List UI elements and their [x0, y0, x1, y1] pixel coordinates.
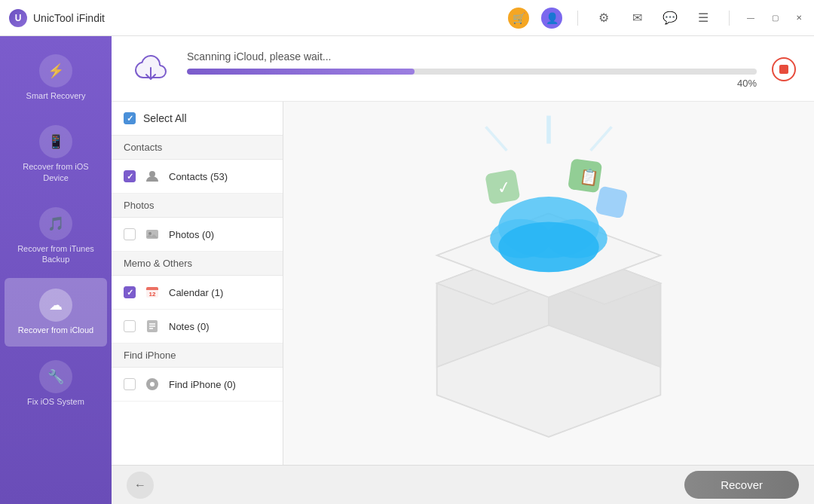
maximize-button[interactable]: ▢	[769, 12, 781, 24]
recover-button[interactable]: Recover	[684, 471, 799, 499]
recover-icloud-icon: ☁	[39, 289, 72, 322]
close-button[interactable]: ✕	[793, 12, 805, 24]
sidebar-item-recover-icloud[interactable]: ☁ Recover from iCloud	[5, 278, 107, 346]
sidebar-item-recover-itunes[interactable]: 🎵 Recover from iTunes Backup	[5, 197, 107, 276]
sidebar-item-recover-ios[interactable]: 📱 Recover from iOS Device	[5, 115, 107, 194]
svg-point-1	[149, 171, 155, 177]
photos-label: Photos (0)	[169, 229, 214, 240]
bottom-bar: ← Recover	[112, 465, 814, 504]
smart-recovery-icon: ⚡	[39, 54, 72, 87]
user-icon[interactable]: 👤	[541, 8, 562, 29]
select-all-checkbox[interactable]	[124, 112, 136, 124]
svg-line-30	[591, 127, 612, 151]
calendar-icon: 12	[143, 283, 161, 301]
list-item-calendar[interactable]: 12 Calendar (1)	[112, 276, 283, 310]
progress-info: Scanning iCloud, please wait... 40%	[187, 50, 757, 89]
stop-icon	[779, 65, 788, 74]
title-bar-right: 🛒 👤 ⚙ ✉ 💬 ☰ — ▢ ✕	[508, 8, 805, 29]
fix-ios-icon: 🔧	[39, 360, 72, 393]
chat-icon[interactable]: 💬	[659, 8, 681, 29]
progress-percent: 40%	[187, 78, 757, 89]
contacts-label: Contacts (53)	[169, 171, 228, 182]
checkbox-notes[interactable]	[124, 320, 136, 332]
list-item-notes[interactable]: Notes (0)	[112, 310, 283, 344]
preview-panel: ✓ 📋	[283, 102, 814, 465]
svg-point-22	[498, 221, 598, 272]
contacts-icon	[143, 167, 161, 185]
progress-bar-container	[187, 69, 757, 75]
list-item-find-iphone[interactable]: Find iPhone (0)	[112, 368, 283, 402]
list-item-photos[interactable]: Photos (0)	[112, 218, 283, 252]
box-illustration: ✓ 📋	[283, 102, 814, 465]
progress-bar-fill	[187, 69, 415, 75]
app-window: U UnicTool iFindit 🛒 👤 ⚙ ✉ 💬 ☰ — ▢ ✕ ⚡ S…	[0, 0, 814, 504]
list-panel: Select All Contacts Contacts (53) Photos	[112, 102, 283, 465]
category-find-iphone: Find iPhone	[112, 344, 283, 368]
sidebar-label-recover-icloud: Recover from iCloud	[18, 325, 93, 335]
sidebar-item-smart-recovery[interactable]: ⚡ Smart Recovery	[5, 44, 107, 111]
app-logo: U	[9, 9, 27, 27]
select-all-label: Select All	[143, 112, 187, 124]
stop-button[interactable]	[772, 57, 796, 81]
back-button[interactable]: ←	[127, 472, 154, 499]
svg-rect-27	[595, 185, 628, 218]
find-iphone-icon	[143, 375, 161, 393]
svg-line-29	[486, 127, 507, 151]
app-title: UnicTool iFindit	[33, 12, 105, 24]
recover-itunes-icon: 🎵	[39, 207, 72, 240]
photos-icon	[143, 225, 161, 243]
menu-icon[interactable]: ☰	[693, 8, 714, 29]
sidebar-item-fix-ios[interactable]: 🔧 Fix iOS System	[5, 350, 107, 417]
minimize-button[interactable]: —	[745, 12, 757, 24]
progress-area: Scanning iCloud, please wait... 40%	[112, 36, 814, 102]
category-memo: Memo & Others	[112, 252, 283, 276]
sidebar-label-smart-recovery: Smart Recovery	[26, 90, 86, 101]
cloud-download-icon	[130, 48, 172, 90]
svg-text:12: 12	[149, 291, 156, 298]
title-bar-left: U UnicTool iFindit	[9, 9, 508, 27]
checkbox-find-iphone[interactable]	[124, 378, 136, 390]
recover-ios-icon: 📱	[39, 125, 72, 158]
notes-icon	[143, 317, 161, 335]
sidebar-label-fix-ios: Fix iOS System	[27, 396, 84, 407]
notes-label: Notes (0)	[169, 321, 209, 332]
scanning-text: Scanning iCloud, please wait...	[187, 50, 757, 63]
sidebar-label-recover-ios: Recover from iOS Device	[11, 161, 101, 183]
checkbox-photos[interactable]	[124, 228, 136, 240]
checkbox-calendar[interactable]	[124, 286, 136, 298]
select-all-row[interactable]: Select All	[112, 102, 283, 136]
list-item-contacts[interactable]: Contacts (53)	[112, 160, 283, 194]
sidebar: ⚡ Smart Recovery 📱 Recover from iOS Devi…	[0, 36, 112, 504]
category-photos: Photos	[112, 194, 283, 218]
title-bar: U UnicTool iFindit 🛒 👤 ⚙ ✉ 💬 ☰ — ▢ ✕	[0, 0, 814, 36]
mail-icon[interactable]: ✉	[626, 8, 647, 29]
content-area: Select All Contacts Contacts (53) Photos	[112, 102, 814, 465]
svg-point-12	[150, 382, 155, 386]
find-iphone-label: Find iPhone (0)	[169, 379, 236, 390]
sidebar-label-recover-itunes: Recover from iTunes Backup	[11, 243, 101, 265]
main-content: ⚡ Smart Recovery 📱 Recover from iOS Devi…	[0, 36, 814, 504]
checkbox-contacts[interactable]	[124, 170, 136, 182]
category-contacts: Contacts	[112, 136, 283, 160]
separator	[577, 11, 578, 26]
gear-icon[interactable]: ⚙	[593, 8, 614, 29]
right-panel: Scanning iCloud, please wait... 40%	[112, 36, 814, 504]
calendar-label: Calendar (1)	[169, 287, 223, 298]
cart-icon[interactable]: 🛒	[508, 8, 529, 29]
separator2	[729, 11, 730, 26]
